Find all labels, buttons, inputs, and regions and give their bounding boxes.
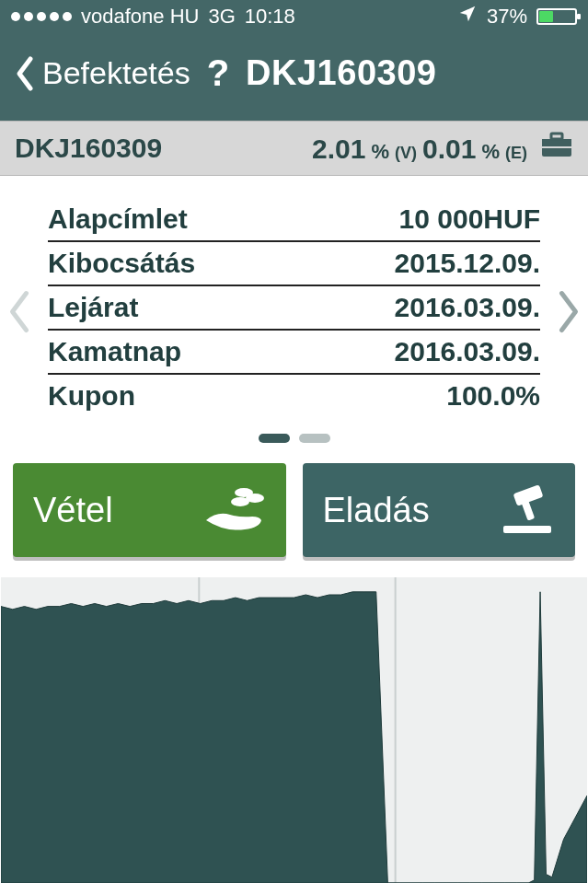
signal-dots-icon xyxy=(11,12,72,21)
v-percent: % xyxy=(371,140,389,164)
e-percent: % xyxy=(481,140,500,164)
pager-dot[interactable] xyxy=(299,434,330,443)
svg-point-6 xyxy=(231,497,249,506)
detail-row: Kibocsátás 2015.12.09. xyxy=(48,242,540,286)
detail-value: 2016.03.09. xyxy=(395,336,540,367)
briefcase-icon xyxy=(540,131,573,158)
detail-value: 100.0% xyxy=(446,380,540,412)
detail-row: Alapcímlet 10 000HUF xyxy=(48,198,540,242)
area-chart-svg xyxy=(1,577,587,883)
e-value: 0.01 xyxy=(422,134,476,165)
help-label: ? xyxy=(207,52,229,93)
detail-label: Kamatnap xyxy=(48,336,181,367)
detail-value: 10 000HUF xyxy=(399,203,540,235)
details-panel: Alapcímlet 10 000HUF Kibocsátás 2015.12.… xyxy=(0,176,588,463)
portfolio-button[interactable] xyxy=(540,131,573,158)
help-button[interactable]: ? xyxy=(207,52,229,94)
detail-label: Alapcímlet xyxy=(48,203,188,235)
chevron-left-icon xyxy=(6,285,33,340)
status-bar: vodafone HU 3G 10:18 37% xyxy=(0,0,588,32)
detail-value: 2016.03.09. xyxy=(395,292,540,323)
coins-hand-icon xyxy=(202,483,266,537)
detail-label: Kupon xyxy=(48,380,135,412)
svg-rect-3 xyxy=(542,146,571,148)
buy-button[interactable]: Vétel xyxy=(13,463,286,557)
detail-row: Kamatnap 2016.03.09. xyxy=(48,331,540,375)
clock-label: 10:18 xyxy=(245,5,295,29)
sell-label: Eladás xyxy=(323,491,430,530)
v-tag: (V) xyxy=(395,144,417,163)
ticker-label: DKJ160309 xyxy=(15,133,162,164)
page-title: DKJ160309 xyxy=(246,53,436,93)
detail-row: Kupon 100.0% xyxy=(48,375,540,417)
rate-values: 2.01 % (V) 0.01 % (E) xyxy=(312,131,573,165)
network-label: 3G xyxy=(208,5,235,29)
svg-rect-2 xyxy=(551,134,562,139)
details-pager[interactable] xyxy=(48,434,540,443)
detail-label: Lejárat xyxy=(48,292,138,323)
pager-dot[interactable] xyxy=(259,434,290,443)
summary-strip: DKJ160309 2.01 % (V) 0.01 % (E) xyxy=(0,121,588,176)
back-button[interactable]: Befektetés xyxy=(13,55,190,92)
sell-button[interactable]: Eladás xyxy=(303,463,576,557)
detail-value: 2015.12.09. xyxy=(395,248,540,279)
chevron-left-icon xyxy=(13,55,37,92)
price-chart[interactable] xyxy=(1,577,587,883)
chart-container xyxy=(0,577,588,883)
nav-bar: Befektetés ? DKJ160309 xyxy=(0,32,588,121)
svg-rect-9 xyxy=(503,526,551,533)
location-icon xyxy=(457,4,478,29)
carrier-label: vodafone HU xyxy=(81,5,199,29)
buy-label: Vétel xyxy=(33,491,113,530)
chevron-right-icon xyxy=(555,285,582,340)
details-next-button[interactable] xyxy=(555,285,582,343)
detail-row: Lejárat 2016.03.09. xyxy=(48,286,540,331)
battery-percent-label: 37% xyxy=(487,5,527,29)
actions-row: Vétel Eladás xyxy=(0,463,588,557)
back-label: Befektetés xyxy=(42,55,190,91)
details-prev-button[interactable] xyxy=(6,285,33,343)
detail-label: Kibocsátás xyxy=(48,248,195,279)
e-tag: (E) xyxy=(505,144,527,163)
gavel-icon xyxy=(490,483,555,537)
battery-icon xyxy=(536,8,577,25)
v-value: 2.01 xyxy=(312,134,365,165)
